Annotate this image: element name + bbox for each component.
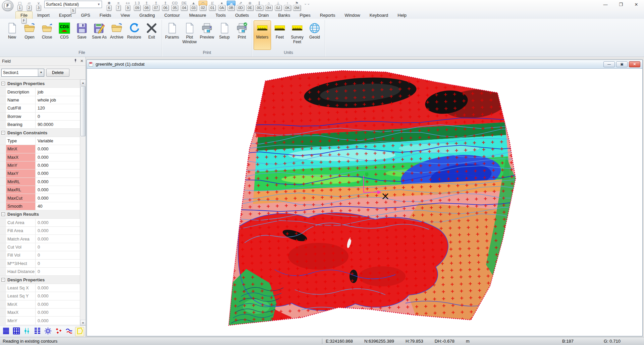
tab-contour[interactable]: Contour bbox=[160, 11, 184, 19]
group-header-row[interactable]: − Design Constraints bbox=[0, 129, 80, 137]
column-list-button[interactable] bbox=[33, 327, 42, 336]
property-value[interactable]: whole job bbox=[36, 96, 80, 104]
property-row[interactable]: Bearing 90.0000 bbox=[0, 121, 80, 129]
layers-lines-button[interactable] bbox=[1, 327, 10, 336]
globe-pin-qat-button[interactable]: ⊕ 0E bbox=[246, 1, 254, 11]
restore-button[interactable]: Restore bbox=[125, 20, 143, 50]
group-header-row[interactable]: − Design Properties bbox=[0, 276, 80, 284]
cyan-markers-button[interactable] bbox=[22, 327, 32, 336]
close-button[interactable]: ✕ bbox=[629, 0, 644, 9]
property-row[interactable]: MaxRL 0.000 bbox=[0, 186, 80, 194]
collapse-icon[interactable]: − bbox=[1, 82, 5, 85]
property-row[interactable]: Description job bbox=[0, 88, 80, 96]
print-button[interactable]: Print bbox=[233, 20, 251, 50]
property-row[interactable]: Type Variable bbox=[0, 137, 80, 145]
document-titlebar[interactable]: greenlife_pivot (1).cdsdat —▣✕ bbox=[87, 60, 642, 69]
doc-minimize-button[interactable]: — bbox=[603, 61, 615, 67]
property-value[interactable]: 0.000 bbox=[36, 292, 80, 300]
property-row[interactable]: MaxCut 0.000 bbox=[0, 194, 80, 202]
property-value[interactable]: 0.000 bbox=[36, 317, 80, 324]
close-panel-icon[interactable]: ✕ bbox=[80, 59, 84, 64]
scroll-up-icon[interactable]: ▲ bbox=[80, 80, 86, 85]
pin-icon[interactable] bbox=[73, 59, 77, 64]
property-row[interactable]: Least Sq X 0.000 bbox=[0, 284, 80, 292]
property-row[interactable]: Cut/Fill 120 bbox=[0, 104, 80, 112]
property-value[interactable]: 0 bbox=[36, 251, 80, 259]
open-folder-qat-button[interactable]: ▱ 2 bbox=[25, 1, 34, 11]
de-qat-button[interactable]: DE 04 bbox=[180, 1, 189, 11]
plot-window-button[interactable]: Plot Window bbox=[181, 20, 198, 50]
tab-import[interactable]: Import bbox=[33, 11, 54, 19]
survey-feet-button[interactable]: Survey Feet bbox=[288, 20, 306, 50]
property-row[interactable]: MinRL 0.000 bbox=[0, 178, 80, 186]
property-value[interactable]: 0 bbox=[36, 260, 80, 267]
property-value[interactable]: 0.000 bbox=[36, 300, 80, 308]
new-document-qat-button[interactable]: ▢ 1 bbox=[15, 1, 24, 11]
property-row[interactable]: Least Sq Y 0.000 bbox=[0, 292, 80, 300]
contour-wave-button[interactable] bbox=[64, 327, 73, 336]
delete-button[interactable]: Delete bbox=[46, 69, 69, 77]
new-button[interactable]: New bbox=[3, 20, 21, 50]
property-row[interactable]: Cut Area 0.000 bbox=[0, 219, 80, 227]
exit-button[interactable]: Exit bbox=[143, 20, 160, 50]
grid-button[interactable] bbox=[12, 327, 21, 336]
property-value[interactable]: 0.000 bbox=[36, 284, 80, 292]
scroll-thumb[interactable] bbox=[80, 86, 86, 136]
restore-button[interactable]: ❐ bbox=[613, 0, 629, 9]
tab-tools[interactable]: Tools bbox=[211, 11, 230, 19]
property-value[interactable]: Variable bbox=[36, 137, 80, 145]
arrow-up-qat-button[interactable]: ↥ 08 bbox=[142, 1, 151, 11]
triangle-qat-button[interactable]: ▲ 03 bbox=[189, 1, 198, 11]
property-row[interactable]: MinX 0.000 bbox=[0, 145, 80, 153]
cds-button[interactable]: CDS CDS bbox=[56, 20, 73, 50]
property-value[interactable]: 40 bbox=[36, 202, 80, 210]
property-value[interactable]: 0.000 bbox=[36, 308, 80, 316]
section-selector[interactable]: Section1 ▼ bbox=[1, 69, 44, 77]
up-tool-qat-button[interactable]: ↑ 0K bbox=[283, 1, 292, 11]
tab-fields[interactable]: Fields bbox=[95, 11, 116, 19]
property-value[interactable]: 0.000 bbox=[36, 153, 80, 161]
tab-pipes[interactable]: Pipes bbox=[295, 11, 315, 19]
arrow-up-qat-button[interactable]: ↥ 06 bbox=[161, 1, 170, 11]
property-row[interactable]: MinX 0.000 bbox=[0, 300, 80, 308]
co-qat-button[interactable]: CO 05 bbox=[170, 1, 179, 11]
sun-gear-button[interactable] bbox=[44, 327, 53, 336]
tab-reports[interactable]: Reports bbox=[315, 11, 340, 19]
property-value[interactable]: 90.0000 bbox=[36, 121, 80, 128]
params-button[interactable]: Params bbox=[163, 20, 181, 50]
close-button[interactable]: Close bbox=[38, 20, 56, 50]
qat-overflow-icon[interactable]: ⌄⌄ bbox=[304, 1, 310, 6]
point-pen-qat-button[interactable]: ✱ 6 bbox=[105, 1, 113, 11]
scrollbar[interactable]: ▲ ▼ bbox=[80, 80, 86, 326]
open-button[interactable]: Open bbox=[21, 20, 38, 50]
property-row[interactable]: Fill Area 0.000 bbox=[0, 227, 80, 235]
doc-restore-button[interactable]: ▣ bbox=[616, 61, 628, 67]
tab-banks[interactable]: Banks bbox=[273, 11, 295, 19]
check-qat-button[interactable]: ∨ 3 bbox=[34, 1, 43, 11]
flag-qat-button[interactable]: ⚑ 0M bbox=[292, 1, 301, 11]
hatch-pens-qat-button[interactable]: ∥ 0G bbox=[255, 1, 264, 11]
property-value[interactable]: 120 bbox=[36, 104, 80, 112]
cloud-qat-button[interactable]: ☁ 0B bbox=[227, 1, 235, 11]
property-value[interactable]: 0.000 bbox=[36, 161, 80, 169]
one-three-qat-button[interactable]: 1 3 09 bbox=[133, 1, 142, 11]
property-row[interactable]: Name whole job bbox=[0, 96, 80, 104]
property-value[interactable]: 0.000 bbox=[36, 186, 80, 194]
meters-button[interactable]: Meters bbox=[254, 20, 271, 50]
property-row[interactable]: MaxY 0.000 bbox=[0, 169, 80, 178]
tab-help[interactable]: Help bbox=[393, 11, 411, 19]
collapse-icon[interactable]: − bbox=[1, 278, 5, 282]
tab-gps[interactable]: GPS bbox=[76, 11, 95, 19]
property-row[interactable]: MinY 0.000 bbox=[0, 317, 80, 325]
save-as-button[interactable]: Save As bbox=[91, 20, 108, 50]
map-canvas[interactable] bbox=[87, 69, 642, 336]
dish-qat-button[interactable]: ◠ 02 bbox=[199, 1, 207, 11]
preview-button[interactable]: Preview bbox=[198, 20, 216, 50]
property-row[interactable]: MinY 0.000 bbox=[0, 161, 80, 169]
tab-file[interactable]: FileF bbox=[15, 11, 33, 19]
property-value[interactable]: 0.000 bbox=[36, 169, 80, 177]
save-button[interactable]: Save bbox=[73, 20, 91, 50]
tab-view[interactable]: View bbox=[116, 11, 135, 19]
arrow-up-qat-button[interactable]: ↥ 07 bbox=[152, 1, 160, 11]
setup-button[interactable]: Setup bbox=[216, 20, 233, 50]
